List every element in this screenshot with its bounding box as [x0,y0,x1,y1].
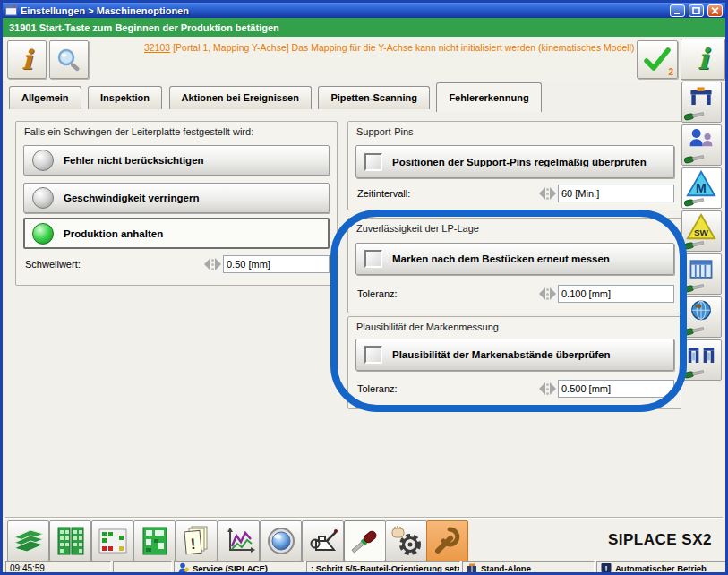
checkbox-icon [364,346,382,364]
statistics-icon [221,525,257,557]
spinner-left-arrow[interactable] [204,258,210,270]
sidebar-button-station-options[interactable] [681,253,722,295]
radio-option-ignore-error[interactable]: Fehler nicht berücksichtigen [23,145,330,176]
lp-tolerance-spinner[interactable] [539,288,556,300]
spinner-left-arrow[interactable] [539,187,545,200]
sidebar-button-portal-options[interactable] [681,339,722,381]
radio-option-label: Produktion anhalten [64,228,163,239]
checkbox-check-mark-distances[interactable]: Plausibilität der Markenabstände überprü… [355,339,674,371]
checkbox-remeasure-marks[interactable]: Marken nach dem Bestücken erneut messen [355,243,674,275]
lp-reliability-panel: Zuverlässigkeit der LP-Lage Marken nach … [347,218,682,313]
manual-gear-icon [389,525,424,557]
checkbox-label: Plausibilität der Markenabstände überprü… [392,349,610,360]
toolbar-button-service[interactable] [426,520,468,562]
screwdriver-icon [684,237,706,250]
sidebar-button-machine-options[interactable]: M [681,167,722,209]
statusbar-time: 09:45:59 [5,561,111,575]
toolbar-button-pcb-layout[interactable] [133,520,176,562]
statusbar-step: : Schritt 5/5-Bauteil-Orientierung setze… [306,561,460,575]
time-text: 09:45:59 [10,563,45,573]
confirm-button[interactable]: 2 [637,40,678,79]
toolbar-button-maintenance[interactable] [302,520,344,562]
toolbar-button-error-list[interactable]: ! [176,520,218,562]
minimize-button[interactable] [670,4,685,17]
radio-option-label: Geschwindigkeit verringern [64,193,199,203]
checkbox-check-support-pins[interactable]: Positionen der Support-Pins regelmäßig ü… [355,145,674,178]
vibration-panel: Falls ein Schwingen der Leiterplatte fes… [15,121,338,286]
vibration-panel-title: Falls ein Schwingen der Leiterplatte fes… [24,126,253,137]
service-wrench-icon [430,525,466,557]
checkbox-label: Positionen der Support-Pins regelmäßig ü… [392,157,647,167]
branding-text: SIPLACE SX2 [608,531,712,549]
checkbox-icon [364,250,382,268]
info-button[interactable]: i [7,40,47,79]
mark-tolerance-spinner[interactable] [539,382,556,395]
statusbar-user: Service (SIPLACE) [174,561,304,575]
maximize-button[interactable] [689,4,704,17]
radio-option-stop-production[interactable]: Produktion anhalten [23,218,330,249]
sidebar-button-network-options[interactable] [681,296,722,338]
radio-option-label: Fehler nicht berücksichtigen [64,155,204,166]
sidebar-button-users-setup[interactable] [681,124,722,166]
tab-bar: Allgemein Inspektion Aktionen bei Ereign… [5,82,681,111]
radio-indicator-icon [32,187,54,209]
spinner-dots [546,288,549,300]
support-pins-panel: Support-Pins Positionen der Support-Pins… [347,121,682,210]
stand-alone-icon [467,562,477,573]
spinner-dots [546,383,549,395]
warning-message: 32103 [Portal 1, Mapping Y-Achse] Das Ma… [144,42,635,54]
statusbar-operation: ! Automatischer Betrieb [596,561,728,575]
interval-spinner[interactable] [539,187,556,200]
spinner-right-arrow[interactable] [215,258,221,270]
radio-indicator-icon [32,150,54,171]
spinner-right-arrow[interactable] [550,382,556,395]
mark-tolerance-input[interactable] [558,380,674,398]
spinner-left-arrow[interactable] [539,288,545,300]
toolbar-button-component-status[interactable] [91,520,133,562]
lp-reliability-title: Zuverlässigkeit der LP-Lage [356,223,479,234]
interval-input[interactable] [558,185,674,202]
radio-option-reduce-speed[interactable]: Geschwindigkeit verringern [23,183,330,213]
tab-inspektion[interactable]: Inspektion [88,86,162,109]
main-content: Falls ein Schwingen der Leiterplatte fes… [5,110,684,518]
user-text: Service (SIPLACE) [193,563,268,573]
toolbar-button-pcb-panel[interactable] [49,520,91,562]
sidebar-button-software-options[interactable]: SW [681,210,722,252]
close-button[interactable] [707,4,723,17]
titlebar: Einstellungen > Maschinenoptionen [3,3,725,18]
app-window: Einstellungen > Maschinenoptionen 31901 … [0,0,728,575]
component-status-icon [95,525,131,557]
tab-allgemein[interactable]: Allgemein [9,86,81,109]
magnifier-icon [56,47,82,73]
spinner-left-arrow[interactable] [539,382,545,395]
warning-code-link[interactable]: 32103 [144,42,170,53]
sidebar-button-gantry-setup[interactable] [681,82,722,123]
spinner-right-arrow[interactable] [550,187,556,200]
toolbar-button-statistics[interactable] [218,520,260,562]
help-info-button[interactable]: i [681,39,725,80]
header: i 32103 [Portal 1, Mapping Y-Achse] Das … [3,37,725,82]
threshold-label: Schwellwert: [25,259,204,270]
screwdriver-icon [684,194,706,207]
support-pins-title: Support-Pins [356,126,414,137]
spinner-right-arrow[interactable] [550,288,556,300]
threshold-spinner[interactable] [204,258,221,270]
lp-tolerance-input[interactable] [558,285,674,303]
status-message-bar: 31901 Start-Taste zum Beginnen der Produ… [3,18,725,37]
threshold-input[interactable] [223,255,330,273]
toolbar-button-pcb-stack[interactable] [7,520,49,562]
checkbox-icon [364,153,382,171]
tab-pipetten-scanning[interactable]: Pipetten-Scanning [318,86,430,109]
toolbar-button-setup[interactable] [344,520,386,562]
statusbar-mode: Stand-Alone [462,561,595,575]
toolbar-button-camera[interactable] [260,520,302,562]
toolbar-button-manual[interactable] [385,520,427,562]
search-button[interactable] [49,40,89,79]
screwdriver-icon [684,323,706,336]
checkbox-label: Marken nach dem Bestücken erneut messen [392,253,610,264]
tab-fehlererkennung[interactable]: Fehlererkennung [436,82,541,112]
tab-aktionen-bei-ereignissen[interactable]: Aktionen bei Ereignissen [169,86,312,109]
warning-text: [Portal 1, Mapping Y-Achse] Das Mapping … [173,42,634,53]
threshold-row: Schwellwert: [25,255,330,273]
pcb-layout-icon [137,525,173,557]
